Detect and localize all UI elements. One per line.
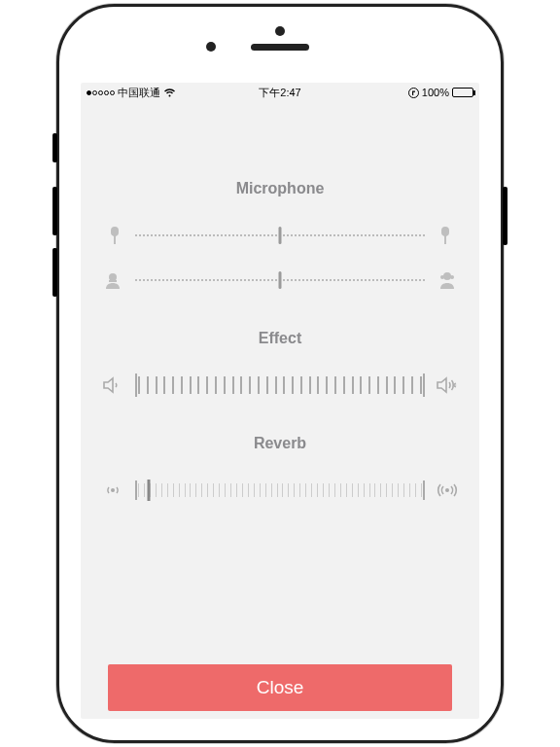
reverb-slider[interactable] <box>135 479 425 502</box>
reverb-row <box>100 478 460 503</box>
phone-mute-switch <box>52 133 57 162</box>
orientation-lock-icon <box>408 88 419 98</box>
status-left: 中国联通 <box>87 86 176 100</box>
battery-icon <box>452 88 473 97</box>
phone-camera <box>206 42 216 52</box>
speaker-high-icon <box>435 373 460 398</box>
status-bar: 中国联通 下午2:47 100% <box>81 83 479 102</box>
reverb-large-icon <box>435 478 460 503</box>
phone-volume-down <box>52 248 57 297</box>
voice-gender-row <box>100 267 460 293</box>
svg-point-0 <box>408 88 418 97</box>
close-button[interactable]: Close <box>108 664 452 711</box>
svg-point-5 <box>450 275 454 279</box>
phone-volume-up <box>52 187 57 235</box>
svg-point-3 <box>443 272 451 280</box>
screen: 中国联通 下午2:47 100% Microphone <box>81 83 479 719</box>
microphone-title: Microphone <box>100 180 460 197</box>
phone-sensor <box>275 26 285 36</box>
svg-point-4 <box>440 275 444 279</box>
earbud-balance-slider[interactable] <box>135 228 425 243</box>
phone-speaker <box>251 44 309 51</box>
effect-row <box>100 373 460 398</box>
earbud-right-icon <box>435 223 460 248</box>
earbud-left-icon <box>100 223 125 248</box>
phone-frame: 中国联通 下午2:47 100% Microphone <box>56 4 504 743</box>
status-time: 下午2:47 <box>259 86 300 100</box>
signal-icon <box>87 90 115 95</box>
carrier-label: 中国联通 <box>118 86 160 100</box>
earbud-balance-row <box>100 223 460 248</box>
svg-point-7 <box>445 488 449 492</box>
status-right: 100% <box>408 87 473 98</box>
reverb-title: Reverb <box>100 435 460 452</box>
svg-point-6 <box>111 488 115 492</box>
voice-gender-slider[interactable] <box>135 272 425 288</box>
wifi-icon <box>163 88 176 97</box>
speaker-low-icon <box>100 373 125 398</box>
effect-slider[interactable] <box>135 374 425 397</box>
phone-power-button <box>503 187 508 245</box>
content-area: Microphone <box>81 102 479 719</box>
svg-point-1 <box>109 273 117 281</box>
effect-title: Effect <box>100 330 460 347</box>
battery-pct: 100% <box>422 87 449 98</box>
male-voice-icon <box>100 267 125 293</box>
reverb-small-icon <box>100 478 125 503</box>
female-voice-icon <box>435 267 460 293</box>
svg-rect-2 <box>109 280 117 282</box>
